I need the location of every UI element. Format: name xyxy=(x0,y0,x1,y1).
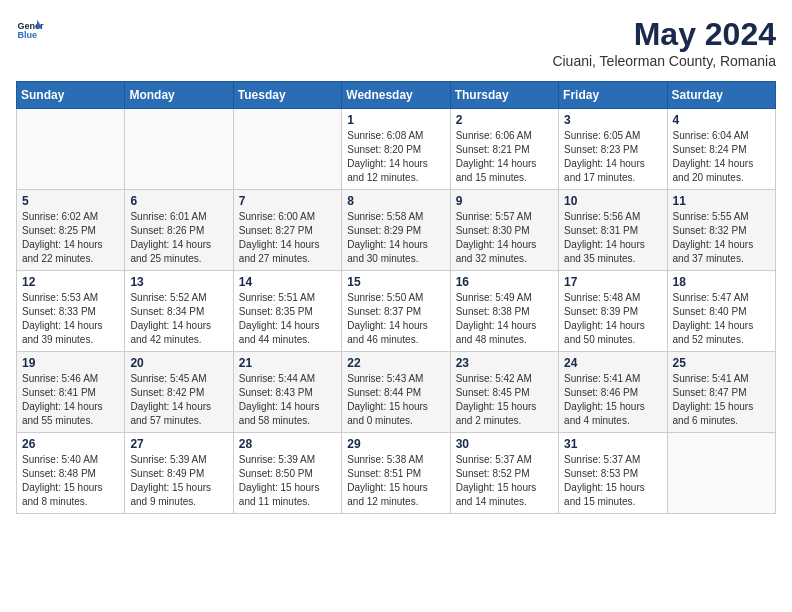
table-row: 6Sunrise: 6:01 AM Sunset: 8:26 PM Daylig… xyxy=(125,190,233,271)
day-number: 25 xyxy=(673,356,770,370)
calendar-header-row: Sunday Monday Tuesday Wednesday Thursday… xyxy=(17,82,776,109)
day-number: 12 xyxy=(22,275,119,289)
table-row: 15Sunrise: 5:50 AM Sunset: 8:37 PM Dayli… xyxy=(342,271,450,352)
day-number: 1 xyxy=(347,113,444,127)
header-monday: Monday xyxy=(125,82,233,109)
table-row: 9Sunrise: 5:57 AM Sunset: 8:30 PM Daylig… xyxy=(450,190,558,271)
header-tuesday: Tuesday xyxy=(233,82,341,109)
day-number: 16 xyxy=(456,275,553,289)
day-number: 15 xyxy=(347,275,444,289)
day-info: Sunrise: 5:42 AM Sunset: 8:45 PM Dayligh… xyxy=(456,372,553,428)
day-number: 20 xyxy=(130,356,227,370)
table-row xyxy=(17,109,125,190)
day-number: 17 xyxy=(564,275,661,289)
calendar-table: Sunday Monday Tuesday Wednesday Thursday… xyxy=(16,81,776,514)
header-wednesday: Wednesday xyxy=(342,82,450,109)
table-row xyxy=(233,109,341,190)
day-number: 23 xyxy=(456,356,553,370)
table-row: 1Sunrise: 6:08 AM Sunset: 8:20 PM Daylig… xyxy=(342,109,450,190)
day-info: Sunrise: 5:57 AM Sunset: 8:30 PM Dayligh… xyxy=(456,210,553,266)
day-info: Sunrise: 5:41 AM Sunset: 8:46 PM Dayligh… xyxy=(564,372,661,428)
calendar-week-row: 5Sunrise: 6:02 AM Sunset: 8:25 PM Daylig… xyxy=(17,190,776,271)
day-info: Sunrise: 6:02 AM Sunset: 8:25 PM Dayligh… xyxy=(22,210,119,266)
table-row: 14Sunrise: 5:51 AM Sunset: 8:35 PM Dayli… xyxy=(233,271,341,352)
calendar-week-row: 26Sunrise: 5:40 AM Sunset: 8:48 PM Dayli… xyxy=(17,433,776,514)
table-row: 5Sunrise: 6:02 AM Sunset: 8:25 PM Daylig… xyxy=(17,190,125,271)
day-number: 29 xyxy=(347,437,444,451)
table-row: 10Sunrise: 5:56 AM Sunset: 8:31 PM Dayli… xyxy=(559,190,667,271)
table-row: 19Sunrise: 5:46 AM Sunset: 8:41 PM Dayli… xyxy=(17,352,125,433)
day-info: Sunrise: 5:58 AM Sunset: 8:29 PM Dayligh… xyxy=(347,210,444,266)
table-row: 3Sunrise: 6:05 AM Sunset: 8:23 PM Daylig… xyxy=(559,109,667,190)
logo: General Blue xyxy=(16,16,44,44)
table-row: 25Sunrise: 5:41 AM Sunset: 8:47 PM Dayli… xyxy=(667,352,775,433)
table-row xyxy=(125,109,233,190)
title-block: May 2024 Ciuani, Teleorman County, Roman… xyxy=(552,16,776,69)
day-info: Sunrise: 5:55 AM Sunset: 8:32 PM Dayligh… xyxy=(673,210,770,266)
day-number: 18 xyxy=(673,275,770,289)
table-row: 22Sunrise: 5:43 AM Sunset: 8:44 PM Dayli… xyxy=(342,352,450,433)
day-number: 4 xyxy=(673,113,770,127)
table-row: 11Sunrise: 5:55 AM Sunset: 8:32 PM Dayli… xyxy=(667,190,775,271)
day-info: Sunrise: 5:50 AM Sunset: 8:37 PM Dayligh… xyxy=(347,291,444,347)
header-thursday: Thursday xyxy=(450,82,558,109)
day-number: 30 xyxy=(456,437,553,451)
location-subtitle: Ciuani, Teleorman County, Romania xyxy=(552,53,776,69)
day-number: 13 xyxy=(130,275,227,289)
table-row: 17Sunrise: 5:48 AM Sunset: 8:39 PM Dayli… xyxy=(559,271,667,352)
table-row: 18Sunrise: 5:47 AM Sunset: 8:40 PM Dayli… xyxy=(667,271,775,352)
day-number: 7 xyxy=(239,194,336,208)
day-info: Sunrise: 5:53 AM Sunset: 8:33 PM Dayligh… xyxy=(22,291,119,347)
header-saturday: Saturday xyxy=(667,82,775,109)
day-info: Sunrise: 5:46 AM Sunset: 8:41 PM Dayligh… xyxy=(22,372,119,428)
table-row: 20Sunrise: 5:45 AM Sunset: 8:42 PM Dayli… xyxy=(125,352,233,433)
day-number: 10 xyxy=(564,194,661,208)
day-number: 27 xyxy=(130,437,227,451)
day-info: Sunrise: 5:49 AM Sunset: 8:38 PM Dayligh… xyxy=(456,291,553,347)
calendar-week-row: 1Sunrise: 6:08 AM Sunset: 8:20 PM Daylig… xyxy=(17,109,776,190)
day-number: 8 xyxy=(347,194,444,208)
day-info: Sunrise: 6:06 AM Sunset: 8:21 PM Dayligh… xyxy=(456,129,553,185)
day-info: Sunrise: 6:08 AM Sunset: 8:20 PM Dayligh… xyxy=(347,129,444,185)
day-info: Sunrise: 5:38 AM Sunset: 8:51 PM Dayligh… xyxy=(347,453,444,509)
table-row: 21Sunrise: 5:44 AM Sunset: 8:43 PM Dayli… xyxy=(233,352,341,433)
day-info: Sunrise: 5:45 AM Sunset: 8:42 PM Dayligh… xyxy=(130,372,227,428)
day-info: Sunrise: 5:37 AM Sunset: 8:52 PM Dayligh… xyxy=(456,453,553,509)
table-row: 7Sunrise: 6:00 AM Sunset: 8:27 PM Daylig… xyxy=(233,190,341,271)
day-number: 19 xyxy=(22,356,119,370)
day-number: 9 xyxy=(456,194,553,208)
header-friday: Friday xyxy=(559,82,667,109)
table-row: 28Sunrise: 5:39 AM Sunset: 8:50 PM Dayli… xyxy=(233,433,341,514)
day-info: Sunrise: 5:43 AM Sunset: 8:44 PM Dayligh… xyxy=(347,372,444,428)
table-row: 16Sunrise: 5:49 AM Sunset: 8:38 PM Dayli… xyxy=(450,271,558,352)
day-number: 28 xyxy=(239,437,336,451)
month-year-title: May 2024 xyxy=(552,16,776,53)
day-info: Sunrise: 5:39 AM Sunset: 8:49 PM Dayligh… xyxy=(130,453,227,509)
day-number: 24 xyxy=(564,356,661,370)
table-row: 12Sunrise: 5:53 AM Sunset: 8:33 PM Dayli… xyxy=(17,271,125,352)
table-row: 26Sunrise: 5:40 AM Sunset: 8:48 PM Dayli… xyxy=(17,433,125,514)
table-row: 31Sunrise: 5:37 AM Sunset: 8:53 PM Dayli… xyxy=(559,433,667,514)
day-info: Sunrise: 5:40 AM Sunset: 8:48 PM Dayligh… xyxy=(22,453,119,509)
day-info: Sunrise: 6:00 AM Sunset: 8:27 PM Dayligh… xyxy=(239,210,336,266)
day-number: 6 xyxy=(130,194,227,208)
day-info: Sunrise: 5:47 AM Sunset: 8:40 PM Dayligh… xyxy=(673,291,770,347)
day-info: Sunrise: 5:41 AM Sunset: 8:47 PM Dayligh… xyxy=(673,372,770,428)
day-info: Sunrise: 5:56 AM Sunset: 8:31 PM Dayligh… xyxy=(564,210,661,266)
table-row: 13Sunrise: 5:52 AM Sunset: 8:34 PM Dayli… xyxy=(125,271,233,352)
table-row: 24Sunrise: 5:41 AM Sunset: 8:46 PM Dayli… xyxy=(559,352,667,433)
day-info: Sunrise: 5:51 AM Sunset: 8:35 PM Dayligh… xyxy=(239,291,336,347)
table-row: 23Sunrise: 5:42 AM Sunset: 8:45 PM Dayli… xyxy=(450,352,558,433)
table-row: 29Sunrise: 5:38 AM Sunset: 8:51 PM Dayli… xyxy=(342,433,450,514)
day-info: Sunrise: 6:01 AM Sunset: 8:26 PM Dayligh… xyxy=(130,210,227,266)
day-number: 2 xyxy=(456,113,553,127)
day-number: 31 xyxy=(564,437,661,451)
day-info: Sunrise: 6:05 AM Sunset: 8:23 PM Dayligh… xyxy=(564,129,661,185)
table-row xyxy=(667,433,775,514)
logo-icon: General Blue xyxy=(16,16,44,44)
table-row: 8Sunrise: 5:58 AM Sunset: 8:29 PM Daylig… xyxy=(342,190,450,271)
day-number: 26 xyxy=(22,437,119,451)
svg-text:Blue: Blue xyxy=(17,30,37,40)
day-number: 11 xyxy=(673,194,770,208)
table-row: 2Sunrise: 6:06 AM Sunset: 8:21 PM Daylig… xyxy=(450,109,558,190)
